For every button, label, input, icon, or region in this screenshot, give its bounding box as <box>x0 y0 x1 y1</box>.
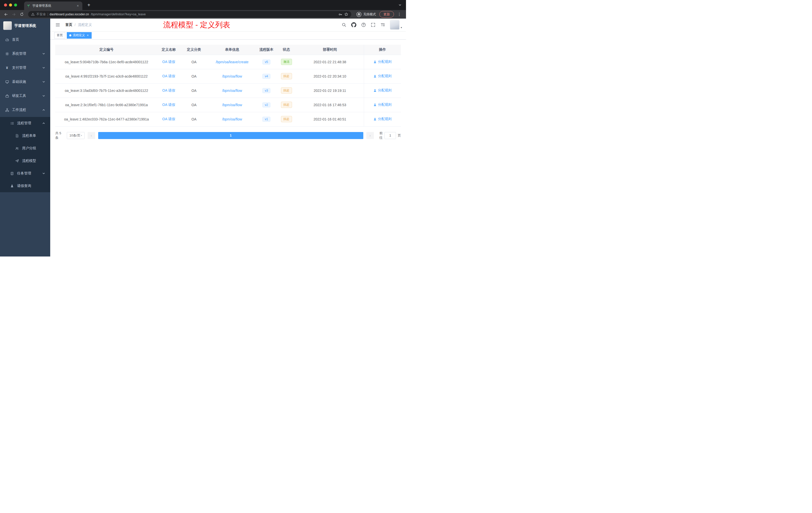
definition-name-link[interactable]: OA 请假 <box>162 74 175 78</box>
search-icon[interactable] <box>342 23 346 27</box>
sidebar-item-label: 请假查询 <box>17 184 45 188</box>
tag-close-icon[interactable]: × <box>86 34 89 37</box>
page-size-select[interactable]: 10条/页 ▾ <box>67 132 84 139</box>
goto-page-input[interactable] <box>384 132 396 139</box>
form-link[interactable]: /bpm/oa/flow <box>222 89 242 93</box>
tag-process-definition[interactable]: 流程定义 × <box>67 32 92 39</box>
sidebar-item-label: 任务管理 <box>17 171 39 176</box>
tag-label: 首页 <box>57 33 63 37</box>
prev-page-button[interactable]: ‹ <box>88 132 95 139</box>
sidebar-item-task-management[interactable]: 任务管理 <box>0 167 50 180</box>
user-icon <box>373 117 377 121</box>
sidebar-item-home[interactable]: 首页 <box>0 33 50 47</box>
sidebar-item-leave-query[interactable]: 请假查询 <box>0 180 50 192</box>
incognito-badge: 无痕模式 <box>356 12 376 17</box>
incognito-icon <box>356 12 361 17</box>
form-link[interactable]: /bpm/oa/leave/create <box>216 60 249 64</box>
sidebar-item-user-group[interactable]: 用户分组 <box>0 142 50 155</box>
assign-rule-link[interactable]: 分配规则 <box>373 74 392 78</box>
definition-name-link[interactable]: OA 请假 <box>162 60 175 64</box>
column-header-name: 定义名称 <box>158 45 180 55</box>
table-row: oa_leave:1:482ec033-762a-11ec-8477-a2380… <box>55 112 401 126</box>
status-tag: 挂起 <box>281 116 292 122</box>
browser-tab[interactable]: 芋道管理系统 × <box>24 1 82 10</box>
reload-button[interactable] <box>19 11 25 18</box>
font-size-icon[interactable] <box>380 23 385 27</box>
user-menu[interactable]: ▾ <box>390 20 402 30</box>
status-tag: 挂起 <box>281 87 292 94</box>
caret-down-icon[interactable]: ▾ <box>401 26 402 30</box>
monitor-icon <box>5 80 9 84</box>
chevron-down-icon <box>42 52 45 55</box>
address-bar[interactable]: 不安全 dashboard.yudao.iocoder.cn/bpm/manag… <box>28 11 351 18</box>
breadcrumb: 首页 / 流程定义 <box>65 23 92 27</box>
definition-name-link[interactable]: OA 请假 <box>162 103 175 107</box>
assign-rule-link[interactable]: 分配规则 <box>373 88 392 93</box>
page-number-button[interactable]: 1 <box>98 132 363 139</box>
sidebar-item-label: 工作流程 <box>12 108 39 112</box>
url-path: /bpm/manager/definition?key=oa_leave <box>91 12 146 16</box>
github-icon[interactable] <box>351 22 356 27</box>
assign-rule-link[interactable]: 分配规则 <box>373 102 392 107</box>
assign-rule-link[interactable]: 分配规则 <box>373 117 392 121</box>
sidebar-item-process-model[interactable]: 流程模型 <box>0 155 50 167</box>
definition-name-link[interactable]: OA 请假 <box>162 117 175 121</box>
column-header-actions: 操作 <box>364 45 401 55</box>
warning-icon <box>31 12 35 16</box>
user-icon <box>373 103 377 107</box>
sidebar-menu: 首页 系统管理 ¥ 支付管理 <box>0 33 50 256</box>
form-link[interactable]: /bpm/oa/flow <box>222 103 242 107</box>
column-header-form: 表单信息 <box>208 45 256 55</box>
version-tag: v5 <box>262 59 271 64</box>
sidebar-item-payment-management[interactable]: ¥ 支付管理 <box>0 61 50 75</box>
password-key-icon[interactable] <box>338 12 343 17</box>
window-zoom-button[interactable] <box>14 3 17 6</box>
bookmark-star-icon[interactable] <box>344 12 348 16</box>
column-header-status: 状态 <box>277 45 296 55</box>
form-link[interactable]: /bpm/oa/flow <box>222 117 242 121</box>
sidebar-item-label: 首页 <box>12 37 45 42</box>
assign-rule-link[interactable]: 分配规则 <box>373 59 392 64</box>
users-icon <box>15 147 19 150</box>
table-header-row: 定义编号 定义名称 定义分类 表单信息 流程版本 状态 部署时间 操作 <box>55 45 401 55</box>
deploy-time: 2022-01-16 17:46:53 <box>314 103 346 107</box>
avatar[interactable] <box>390 20 400 30</box>
tab-search-chevron-icon[interactable] <box>399 3 402 6</box>
list-icon <box>10 121 14 125</box>
update-button[interactable]: 更新 <box>379 11 394 18</box>
chevron-down-icon <box>42 80 45 83</box>
breadcrumb-home[interactable]: 首页 <box>65 23 72 27</box>
sidebar-item-dev-tools[interactable]: 研发工具 <box>0 89 50 103</box>
back-button[interactable] <box>2 11 9 18</box>
window-minimize-button[interactable] <box>9 3 12 6</box>
forward-button[interactable] <box>10 11 17 18</box>
next-page-button[interactable]: › <box>366 132 374 139</box>
window-close-button[interactable] <box>4 3 7 6</box>
sidebar-item-label: 用户分组 <box>22 146 45 151</box>
tag-home[interactable]: 首页 <box>54 32 65 39</box>
fullscreen-icon[interactable] <box>371 23 375 27</box>
definition-name-link[interactable]: OA 请假 <box>162 88 175 92</box>
help-icon[interactable] <box>361 23 366 27</box>
tab-close-icon[interactable]: × <box>76 3 80 8</box>
security-label[interactable]: 不安全 <box>36 12 46 17</box>
app-window: 芋道管理系统 首页 系统管理 ¥ <box>0 19 406 256</box>
table-row: oa_leave:5:004b710b-7b8a-11ec-8ef0-acde4… <box>55 55 401 69</box>
browser-menu-icon[interactable]: ⋮ <box>396 12 404 17</box>
user-icon <box>373 60 377 63</box>
form-link[interactable]: /bpm/oa/flow <box>222 74 242 78</box>
sidebar-item-infrastructure[interactable]: 基础设施 <box>0 75 50 89</box>
sidebar-item-system-management[interactable]: 系统管理 <box>0 47 50 61</box>
sidebar-item-process-management[interactable]: 流程管理 <box>0 117 50 129</box>
url-domain: dashboard.yudao.iocoder.cn <box>50 12 89 16</box>
definition-category: OA <box>191 60 196 64</box>
status-tag: 激活 <box>281 59 292 65</box>
sidebar-toggle-icon[interactable] <box>54 22 61 27</box>
sidebar-item-workflow[interactable]: 工作流程 <box>0 103 50 117</box>
column-header-version: 流程版本 <box>256 45 277 55</box>
sidebar-item-process-form[interactable]: 流程表单 <box>0 129 50 142</box>
status-tag: 挂起 <box>281 102 292 108</box>
new-tab-button[interactable]: + <box>86 2 92 8</box>
pagination: 共 5 条 10条/页 ▾ ‹ 1 › 前往 页 <box>55 131 401 140</box>
app-header: 首页 / 流程定义 流程模型 - 定义列表 <box>50 19 406 31</box>
